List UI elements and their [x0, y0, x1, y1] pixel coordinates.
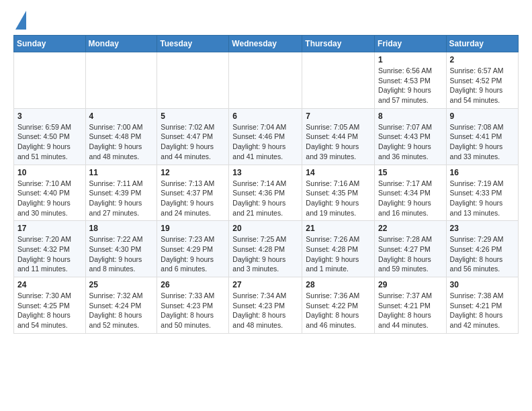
day-info: Sunrise: 7:34 AM Sunset: 4:23 PM Dayligh…	[232, 291, 298, 330]
day-info: Sunrise: 7:37 AM Sunset: 4:21 PM Dayligh…	[378, 291, 443, 330]
weekday-header-tuesday: Tuesday	[157, 36, 229, 52]
weekday-header-row: SundayMondayTuesdayWednesdayThursdayFrid…	[14, 36, 519, 52]
day-info: Sunrise: 6:56 AM Sunset: 4:53 PM Dayligh…	[378, 66, 443, 105]
calendar-cell: 8Sunrise: 7:07 AM Sunset: 4:43 PM Daylig…	[375, 108, 447, 165]
header	[13, 11, 519, 30]
day-number: 18	[89, 224, 154, 233]
day-number: 15	[378, 168, 443, 177]
day-number: 9	[450, 111, 515, 121]
day-number: 10	[17, 168, 82, 177]
calendar-cell	[157, 52, 229, 109]
logo-triangle-icon	[15, 11, 26, 30]
day-info: Sunrise: 7:19 AM Sunset: 4:33 PM Dayligh…	[450, 179, 515, 218]
calendar-cell: 26Sunrise: 7:33 AM Sunset: 4:23 PM Dayli…	[157, 277, 229, 334]
calendar-cell: 12Sunrise: 7:13 AM Sunset: 4:37 PM Dayli…	[157, 165, 229, 221]
calendar-week-row: 24Sunrise: 7:30 AM Sunset: 4:25 PM Dayli…	[14, 277, 519, 334]
calendar-cell: 6Sunrise: 7:04 AM Sunset: 4:46 PM Daylig…	[229, 108, 302, 165]
day-number: 30	[450, 280, 515, 289]
day-number: 17	[17, 224, 82, 233]
day-number: 11	[89, 168, 154, 177]
calendar-cell: 19Sunrise: 7:23 AM Sunset: 4:29 PM Dayli…	[157, 221, 229, 277]
calendar-cell: 25Sunrise: 7:32 AM Sunset: 4:24 PM Dayli…	[85, 277, 157, 334]
day-number: 1	[378, 55, 443, 64]
calendar-week-row: 10Sunrise: 7:10 AM Sunset: 4:40 PM Dayli…	[14, 165, 519, 221]
day-info: Sunrise: 7:25 AM Sunset: 4:28 PM Dayligh…	[232, 234, 298, 274]
day-info: Sunrise: 7:33 AM Sunset: 4:23 PM Dayligh…	[161, 291, 225, 330]
day-number: 24	[17, 280, 82, 289]
day-info: Sunrise: 7:13 AM Sunset: 4:37 PM Dayligh…	[161, 179, 225, 218]
day-number: 6	[232, 111, 298, 121]
calendar-week-row: 17Sunrise: 7:20 AM Sunset: 4:32 PM Dayli…	[14, 221, 519, 277]
day-info: Sunrise: 7:16 AM Sunset: 4:35 PM Dayligh…	[306, 179, 371, 218]
calendar-cell: 3Sunrise: 6:59 AM Sunset: 4:50 PM Daylig…	[14, 108, 86, 165]
weekday-header-wednesday: Wednesday	[229, 36, 302, 52]
day-number: 13	[232, 168, 298, 177]
calendar-cell: 10Sunrise: 7:10 AM Sunset: 4:40 PM Dayli…	[14, 165, 86, 221]
day-number: 21	[306, 224, 371, 233]
day-info: Sunrise: 7:05 AM Sunset: 4:44 PM Dayligh…	[306, 122, 371, 162]
day-info: Sunrise: 7:38 AM Sunset: 4:21 PM Dayligh…	[450, 291, 515, 330]
calendar-cell	[302, 52, 375, 109]
calendar-cell: 9Sunrise: 7:08 AM Sunset: 4:41 PM Daylig…	[446, 108, 518, 165]
day-info: Sunrise: 7:23 AM Sunset: 4:29 PM Dayligh…	[161, 234, 225, 274]
day-info: Sunrise: 7:20 AM Sunset: 4:32 PM Dayligh…	[17, 234, 82, 274]
day-number: 25	[89, 280, 154, 289]
calendar-table: SundayMondayTuesdayWednesdayThursdayFrid…	[13, 35, 519, 334]
calendar-cell: 17Sunrise: 7:20 AM Sunset: 4:32 PM Dayli…	[14, 221, 86, 277]
calendar-week-row: 3Sunrise: 6:59 AM Sunset: 4:50 PM Daylig…	[14, 108, 519, 165]
logo	[13, 11, 26, 30]
calendar-cell: 30Sunrise: 7:38 AM Sunset: 4:21 PM Dayli…	[446, 277, 518, 334]
calendar-cell: 23Sunrise: 7:29 AM Sunset: 4:26 PM Dayli…	[446, 221, 518, 277]
calendar-cell: 7Sunrise: 7:05 AM Sunset: 4:44 PM Daylig…	[302, 108, 375, 165]
day-info: Sunrise: 7:10 AM Sunset: 4:40 PM Dayligh…	[17, 179, 82, 218]
day-info: Sunrise: 7:08 AM Sunset: 4:41 PM Dayligh…	[450, 122, 515, 162]
calendar-cell: 2Sunrise: 6:57 AM Sunset: 4:52 PM Daylig…	[446, 52, 518, 109]
day-info: Sunrise: 6:57 AM Sunset: 4:52 PM Dayligh…	[450, 66, 515, 105]
day-number: 27	[232, 280, 298, 289]
calendar-cell: 18Sunrise: 7:22 AM Sunset: 4:30 PM Dayli…	[85, 221, 157, 277]
day-number: 12	[161, 168, 225, 177]
day-info: Sunrise: 7:26 AM Sunset: 4:28 PM Dayligh…	[306, 234, 371, 274]
calendar-cell	[229, 52, 302, 109]
day-number: 26	[161, 280, 225, 289]
calendar-cell: 28Sunrise: 7:36 AM Sunset: 4:22 PM Dayli…	[302, 277, 375, 334]
day-number: 7	[306, 111, 371, 121]
weekday-header-monday: Monday	[85, 36, 157, 52]
day-info: Sunrise: 7:14 AM Sunset: 4:36 PM Dayligh…	[232, 179, 298, 218]
day-info: Sunrise: 7:36 AM Sunset: 4:22 PM Dayligh…	[306, 291, 371, 330]
day-number: 4	[89, 111, 154, 121]
day-info: Sunrise: 7:30 AM Sunset: 4:25 PM Dayligh…	[17, 291, 82, 330]
day-number: 22	[378, 224, 443, 233]
calendar-cell: 4Sunrise: 7:00 AM Sunset: 4:48 PM Daylig…	[85, 108, 157, 165]
calendar-cell: 13Sunrise: 7:14 AM Sunset: 4:36 PM Dayli…	[229, 165, 302, 221]
calendar-cell: 29Sunrise: 7:37 AM Sunset: 4:21 PM Dayli…	[375, 277, 447, 334]
calendar-cell: 24Sunrise: 7:30 AM Sunset: 4:25 PM Dayli…	[14, 277, 86, 334]
calendar-cell: 16Sunrise: 7:19 AM Sunset: 4:33 PM Dayli…	[446, 165, 518, 221]
day-info: Sunrise: 7:17 AM Sunset: 4:34 PM Dayligh…	[378, 179, 443, 218]
day-info: Sunrise: 7:22 AM Sunset: 4:30 PM Dayligh…	[89, 234, 154, 274]
day-info: Sunrise: 6:59 AM Sunset: 4:50 PM Dayligh…	[17, 122, 82, 162]
day-number: 19	[161, 224, 225, 233]
calendar-cell: 1Sunrise: 6:56 AM Sunset: 4:53 PM Daylig…	[375, 52, 447, 109]
day-info: Sunrise: 7:11 AM Sunset: 4:39 PM Dayligh…	[89, 179, 154, 218]
calendar-cell	[85, 52, 157, 109]
weekday-header-sunday: Sunday	[14, 36, 86, 52]
calendar-week-row: 1Sunrise: 6:56 AM Sunset: 4:53 PM Daylig…	[14, 52, 519, 109]
day-info: Sunrise: 7:04 AM Sunset: 4:46 PM Dayligh…	[232, 122, 298, 162]
day-number: 2	[450, 55, 515, 64]
calendar-cell: 5Sunrise: 7:02 AM Sunset: 4:47 PM Daylig…	[157, 108, 229, 165]
calendar-cell: 20Sunrise: 7:25 AM Sunset: 4:28 PM Dayli…	[229, 221, 302, 277]
day-number: 23	[450, 224, 515, 233]
day-number: 20	[232, 224, 298, 233]
day-info: Sunrise: 7:28 AM Sunset: 4:27 PM Dayligh…	[378, 234, 443, 274]
calendar-cell: 22Sunrise: 7:28 AM Sunset: 4:27 PM Dayli…	[375, 221, 447, 277]
day-info: Sunrise: 7:32 AM Sunset: 4:24 PM Dayligh…	[89, 291, 154, 330]
day-info: Sunrise: 7:02 AM Sunset: 4:47 PM Dayligh…	[161, 122, 225, 162]
day-info: Sunrise: 7:07 AM Sunset: 4:43 PM Dayligh…	[378, 122, 443, 162]
day-number: 5	[161, 111, 225, 121]
day-number: 16	[450, 168, 515, 177]
day-number: 8	[378, 111, 443, 121]
day-number: 14	[306, 168, 371, 177]
weekday-header-thursday: Thursday	[302, 36, 375, 52]
day-number: 29	[378, 280, 443, 289]
